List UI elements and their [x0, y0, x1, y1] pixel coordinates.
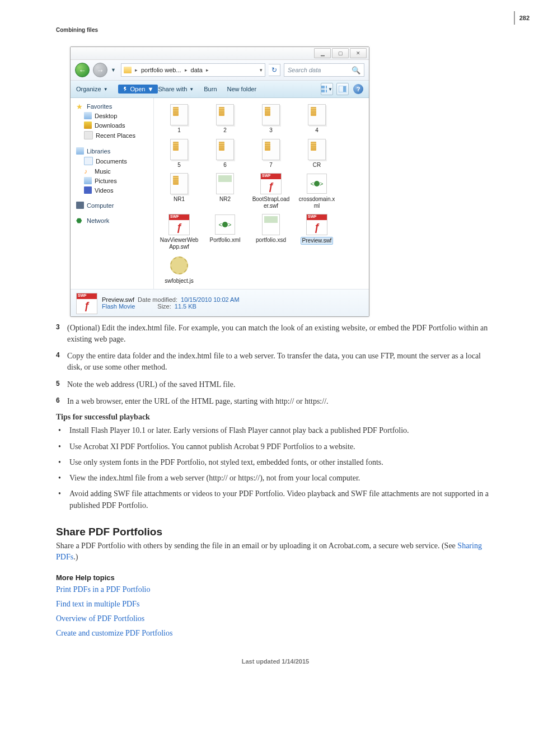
- folder-tile[interactable]: NR1: [160, 172, 199, 209]
- new-folder-button[interactable]: New folder: [227, 86, 257, 92]
- details-date-value: 10/15/2010 10:02 AM: [181, 296, 240, 303]
- details-pane: SWFƒ Preview.swf Date modified: 10/15/20…: [71, 289, 369, 316]
- folder-tile[interactable]: NR2: [205, 172, 245, 209]
- maximize-button[interactable]: ▢: [332, 48, 349, 58]
- folder-tile[interactable]: 2: [205, 104, 245, 134]
- burn-button[interactable]: Burn: [204, 86, 217, 92]
- svg-rect-5: [343, 86, 346, 92]
- breadcrumb-item[interactable]: portfolio web...: [141, 67, 181, 73]
- close-button[interactable]: ✕: [350, 48, 367, 58]
- folder-tile[interactable]: 4: [297, 104, 336, 134]
- svg-rect-1: [326, 86, 327, 88]
- folder-tile[interactable]: CR: [297, 138, 336, 169]
- nav-desktop[interactable]: Desktop: [76, 111, 150, 120]
- libraries-group[interactable]: Libraries: [76, 146, 150, 156]
- star-icon: ★: [76, 102, 84, 110]
- flash-icon: [123, 86, 128, 92]
- file-tile[interactable]: swfobject.js: [160, 254, 199, 284]
- nav-music[interactable]: ♪Music: [76, 166, 150, 176]
- nav-pictures[interactable]: Pictures: [76, 176, 150, 185]
- tip-item: •Avoid adding SWF file attachments or vi…: [56, 488, 495, 511]
- folder-tile[interactable]: 5: [160, 138, 199, 169]
- file-tile[interactable]: SWFƒBootStrapLoader.swf: [251, 172, 291, 209]
- tips-heading: Tips for successful playback: [56, 413, 495, 422]
- nav-videos[interactable]: Videos: [76, 185, 150, 195]
- minimize-button[interactable]: ▁: [314, 48, 331, 58]
- recent-icon: [84, 131, 93, 139]
- folder-icon: [170, 173, 188, 194]
- pictures-icon: [84, 177, 92, 184]
- help-button[interactable]: ?: [353, 84, 363, 94]
- help-link[interactable]: Find text in multiple PDFs: [56, 600, 495, 609]
- file-tile[interactable]: SWFƒNavViewerWebApp.swf: [160, 213, 199, 250]
- folder-tile[interactable]: 6: [205, 138, 245, 169]
- open-button[interactable]: Open ▼: [118, 85, 158, 94]
- tip-item: •Use Acrobat XI PDF Portfolios. You cann…: [56, 441, 495, 452]
- nav-back-button[interactable]: ←: [75, 63, 90, 77]
- details-date-label: Date modified:: [138, 296, 177, 303]
- window-titlebar: ▁ ▢ ✕: [71, 47, 369, 60]
- swf-icon: SWFƒ: [260, 173, 282, 194]
- organize-button[interactable]: Organize ▼: [76, 86, 108, 92]
- file-tile[interactable]: portfolio.xsd: [251, 213, 291, 250]
- explorer-toolbar: Organize ▼ Open ▼ Share with ▼ Burn New …: [71, 81, 369, 98]
- nav-downloads[interactable]: Downloads: [76, 120, 150, 130]
- details-size-value: 11.5 KB: [175, 303, 196, 310]
- file-tile[interactable]: crossdomain.xml: [297, 172, 336, 209]
- folder-icon: [170, 104, 188, 125]
- svg-rect-0: [321, 86, 325, 88]
- tip-item: •View the index.html file from a web ser…: [56, 473, 495, 484]
- share-body: Share a PDF Portfolio with others by sen…: [56, 540, 495, 563]
- swf-icon: SWFƒ: [76, 293, 97, 314]
- help-link[interactable]: Print PDFs in a PDF Portfolio: [56, 585, 495, 594]
- nav-recent-places[interactable]: Recent Places: [76, 130, 150, 141]
- details-filename: Preview.swf: [102, 296, 134, 303]
- search-placeholder: Search data: [288, 67, 321, 73]
- folder-icon: [216, 139, 234, 160]
- refresh-button[interactable]: ↻: [269, 64, 280, 76]
- footer-updated: Last updated 1/14/2015: [56, 658, 495, 665]
- help-link[interactable]: Create and customize PDF Portfolios: [56, 629, 495, 638]
- videos-icon: [84, 186, 92, 194]
- svg-rect-3: [326, 90, 327, 92]
- nav-documents[interactable]: Documents: [76, 156, 150, 166]
- folder-icon: [262, 139, 280, 160]
- desktop-icon: [84, 112, 92, 119]
- xml-icon: [307, 174, 327, 194]
- help-link[interactable]: Overview of PDF Portfolios: [56, 614, 495, 623]
- swf-icon: SWFƒ: [168, 214, 190, 235]
- folder-icon: [308, 139, 326, 160]
- folder-tile[interactable]: 3: [251, 104, 291, 134]
- computer-group[interactable]: Computer: [76, 200, 150, 210]
- folder-icon: [262, 104, 280, 125]
- preview-icon: [339, 86, 346, 92]
- swf-icon: SWFƒ: [306, 214, 327, 235]
- folder-icon: [170, 139, 188, 160]
- step-item: 6In a web browser, enter the URL of the …: [56, 396, 495, 407]
- nav-history-dropdown[interactable]: ▼: [111, 67, 118, 73]
- share-with-button[interactable]: Share with ▼: [158, 86, 194, 92]
- favorites-group[interactable]: ★Favorites: [76, 101, 150, 111]
- network-group[interactable]: ⬣Network: [76, 216, 150, 225]
- folder-icon: [124, 67, 132, 73]
- network-icon: ⬣: [76, 217, 84, 224]
- script-icon: [170, 256, 189, 275]
- documents-icon: [84, 157, 93, 165]
- file-tile[interactable]: SWFƒPreview.swf: [297, 213, 336, 250]
- breadcrumb-item[interactable]: data: [191, 67, 203, 73]
- folder-icon: [216, 104, 234, 125]
- preview-pane-button[interactable]: [336, 83, 349, 95]
- search-input[interactable]: Search data 🔍: [284, 63, 364, 77]
- explorer-window: ▁ ▢ ✕ ← → ▼ ▸ portfolio web... ▸ data ▸ …: [70, 46, 369, 317]
- more-help-heading: More Help topics: [56, 573, 495, 582]
- folder-tile[interactable]: 7: [251, 138, 291, 169]
- tip-item: •Install Flash Player 10.1 or later. Ear…: [56, 425, 495, 436]
- folder-tile[interactable]: 1: [160, 104, 199, 134]
- nav-forward-button[interactable]: →: [93, 63, 107, 77]
- search-icon: 🔍: [352, 66, 360, 74]
- computer-icon: [76, 202, 84, 209]
- file-tile[interactable]: Portfolio.xml: [205, 213, 245, 250]
- change-view-button[interactable]: ▼: [321, 83, 333, 95]
- address-bar[interactable]: ▸ portfolio web... ▸ data ▸ ▾: [121, 63, 265, 77]
- details-size-label: Size:: [157, 303, 171, 310]
